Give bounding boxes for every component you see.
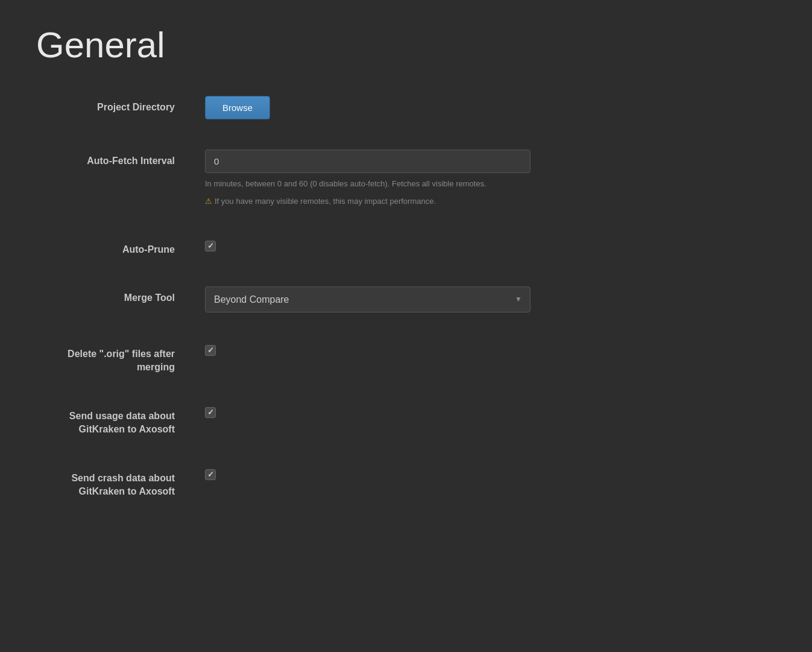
merge-tool-control: Beyond Compare FileMerge Kaleidoscope KD…	[205, 286, 609, 312]
auto-fetch-input[interactable]	[205, 150, 530, 173]
auto-fetch-hint: In minutes, between 0 and 60 (0 disables…	[205, 178, 609, 191]
auto-prune-label: Auto-Prune	[36, 238, 205, 256]
auto-prune-checkbox[interactable]	[205, 241, 216, 252]
merge-tool-row: Merge Tool Beyond Compare FileMerge Kale…	[36, 280, 609, 318]
send-crash-checkbox-wrapper	[205, 467, 609, 480]
send-usage-checkbox[interactable]	[205, 407, 216, 418]
auto-fetch-warning: ⚠If you have many visible remotes, this …	[205, 195, 609, 208]
warning-icon: ⚠	[205, 197, 212, 206]
auto-fetch-row: Auto-Fetch Interval In minutes, between …	[36, 144, 609, 214]
delete-orig-control	[205, 343, 609, 356]
delete-orig-label: Delete ".orig" files after merging	[36, 343, 205, 375]
send-crash-label: Send crash data about GitKraken to Axoso…	[36, 467, 205, 499]
send-usage-row: Send usage data about GitKraken to Axoso…	[36, 399, 609, 443]
send-usage-label: Send usage data about GitKraken to Axoso…	[36, 405, 205, 437]
send-crash-control	[205, 467, 609, 480]
project-directory-row: Project Directory Browse	[36, 90, 609, 125]
auto-prune-row: Auto-Prune	[36, 232, 609, 262]
merge-tool-select-wrapper: Beyond Compare FileMerge Kaleidoscope KD…	[205, 286, 530, 312]
send-crash-row: Send crash data about GitKraken to Axoso…	[36, 461, 609, 505]
delete-orig-checkbox-wrapper	[205, 343, 609, 356]
page-title: General	[36, 24, 776, 66]
merge-tool-label: Merge Tool	[36, 286, 205, 305]
browse-button[interactable]: Browse	[205, 96, 270, 119]
auto-prune-checkbox-wrapper	[205, 238, 609, 252]
project-directory-control: Browse	[205, 96, 609, 119]
merge-tool-select[interactable]: Beyond Compare FileMerge Kaleidoscope KD…	[205, 286, 530, 312]
auto-fetch-label: Auto-Fetch Interval	[36, 150, 205, 168]
auto-fetch-control: In minutes, between 0 and 60 (0 disables…	[205, 150, 609, 208]
settings-container: Project Directory Browse Auto-Fetch Inte…	[36, 90, 609, 504]
delete-orig-checkbox[interactable]	[205, 345, 216, 356]
auto-prune-control	[205, 238, 609, 252]
project-directory-label: Project Directory	[36, 96, 205, 114]
send-usage-checkbox-wrapper	[205, 405, 609, 418]
send-usage-control	[205, 405, 609, 418]
send-crash-checkbox[interactable]	[205, 469, 216, 480]
delete-orig-row: Delete ".orig" files after merging	[36, 337, 609, 381]
